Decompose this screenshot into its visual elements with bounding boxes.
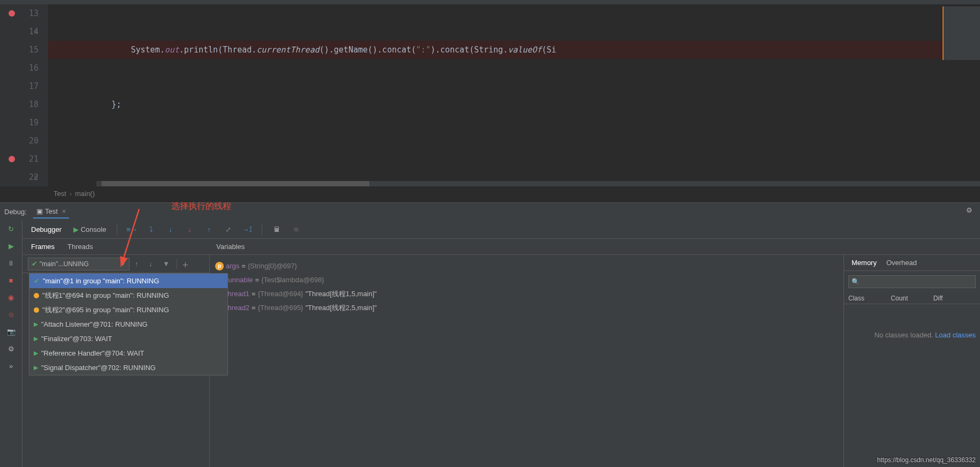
mute-breakpoints-icon[interactable]: ⦸ xyxy=(6,310,16,319)
add-icon[interactable]: + xyxy=(183,260,191,268)
thread-dropdown-item[interactable]: "线程2"@695 in group "main": RUNNING xyxy=(29,303,227,317)
thread-play-icon: ▶ xyxy=(34,335,38,342)
param-badge-icon: p xyxy=(215,262,224,270)
check-icon: ✔ xyxy=(32,260,37,268)
drop-frame-icon[interactable]: ⤢ xyxy=(223,225,233,235)
debug-run-toolbar: ↻ ▶ ⏸ ■ ◉ ⦸ 📷 ⚙ » xyxy=(0,221,22,467)
code-line[interactable]: System.out.println(Thread.currentThread(… xyxy=(48,41,980,59)
line-number: ⊟22 xyxy=(0,168,39,186)
trace-icon[interactable]: ≋ xyxy=(291,225,301,235)
debug-icon: ▣ xyxy=(36,207,43,215)
debug-header: Debug: ▣ Test × 选择执行的线程 ⚙ xyxy=(0,203,980,221)
thread-dropdown-item[interactable]: ▶"Signal Dispatcher"@702: RUNNING xyxy=(29,360,227,375)
breakpoint-icon[interactable] xyxy=(9,10,15,17)
code-line[interactable] xyxy=(48,150,980,168)
line-number: 20 xyxy=(0,132,39,150)
tab-memory[interactable]: Memory xyxy=(852,259,877,267)
check-icon: ✔ xyxy=(34,277,40,285)
force-step-into-icon[interactable]: ↓ xyxy=(185,225,194,235)
code-content[interactable]: System.out.println(Thread.currentThread(… xyxy=(48,4,980,186)
thread-dropdown-item[interactable]: ▶"Finalizer"@703: WAIT xyxy=(29,332,227,346)
variables-panel[interactable]: p args = {String[0]@697} runnable = {Tes… xyxy=(210,255,844,467)
prev-frame-icon[interactable]: ↑ xyxy=(135,260,143,268)
thread-running-icon xyxy=(34,307,39,313)
minimap[interactable] xyxy=(943,6,980,60)
thread-dropdown-item[interactable]: ✔"main"@1 in group "main": RUNNING xyxy=(29,274,227,288)
chevron-down-icon: ▼ xyxy=(120,261,126,267)
code-line[interactable]: }; xyxy=(48,95,980,114)
debug-session-tab[interactable]: ▣ Test × xyxy=(33,205,69,219)
line-number: 17 xyxy=(0,77,39,95)
variable-row[interactable]: thread2 = {Thread@695} "Thread[线程2,5,mai… xyxy=(215,301,838,315)
close-icon[interactable]: × xyxy=(62,207,66,215)
breadcrumb[interactable]: Test›main() xyxy=(0,186,980,202)
fold-icon[interactable]: ⊟ xyxy=(34,168,37,186)
editor: 13 ⊟14 15 16 17 18 19 20 21 ⊟22 System.o… xyxy=(0,4,980,186)
settings-icon[interactable]: ⚙ xyxy=(6,344,16,353)
gutter: 13 ⊟14 15 16 17 18 19 20 21 ⊟22 xyxy=(0,4,48,186)
memory-panel: Memory Overhead 🔍 ClassCountDiff No clas… xyxy=(844,255,980,467)
memory-empty-text: No classes loaded. Load classes xyxy=(844,304,980,366)
run-to-cursor-icon[interactable]: →ꕯ xyxy=(242,225,252,235)
thread-dropdown-item[interactable]: ▶"Reference Handler"@704: WAIT xyxy=(29,346,227,360)
annotation-text: 选择执行的线程 xyxy=(171,201,231,212)
next-frame-icon[interactable]: ↓ xyxy=(149,260,157,268)
step-over-icon[interactable]: ⤵ xyxy=(146,225,156,235)
variable-row[interactable]: p args = {String[0]@697} xyxy=(215,259,838,273)
variables-label: Variables xyxy=(216,243,245,251)
line-number: 19 xyxy=(0,114,39,132)
file-tabs xyxy=(0,0,980,4)
tab-console[interactable]: ▶ Console xyxy=(72,222,107,237)
tab-threads[interactable]: Threads xyxy=(67,243,93,251)
thread-dropdown[interactable]: ✔"main"@1 in group "main": RUNNING"线程1"@… xyxy=(29,273,228,375)
thread-play-icon: ▶ xyxy=(34,321,38,328)
step-out-icon[interactable]: ↑ xyxy=(204,225,214,235)
show-execution-point-icon[interactable]: ≡→ xyxy=(127,225,136,235)
watermark: https://blog.csdn.net/qq_36336332 xyxy=(877,456,976,464)
more-icon[interactable]: » xyxy=(6,361,16,371)
line-number: ⊟14 xyxy=(0,22,39,41)
line-number: 18 xyxy=(0,95,39,114)
variable-row[interactable]: thread1 = {Thread@694} "Thread[线程1,5,mai… xyxy=(215,287,838,301)
thread-dropdown-item[interactable]: ▶"Attach Listener"@701: RUNNING xyxy=(29,317,227,332)
line-number[interactable]: 21 xyxy=(0,150,39,168)
search-icon: 🔍 xyxy=(852,278,860,285)
frames-tabs: Frames Threads Variables xyxy=(22,239,980,255)
pause-icon[interactable]: ⏸ xyxy=(6,258,16,268)
step-into-icon[interactable]: ↓ xyxy=(165,225,175,235)
h-scrollbar[interactable] xyxy=(96,181,980,186)
evaluate-icon[interactable]: 🖩 xyxy=(272,225,282,235)
memory-table-header: ClassCountDiff xyxy=(844,292,980,304)
line-number: 16 xyxy=(0,59,39,77)
thread-selector[interactable]: ✔ "main"...UNNING ▼ xyxy=(28,258,130,270)
tab-overhead[interactable]: Overhead xyxy=(886,259,917,267)
line-number[interactable]: 13 xyxy=(0,4,39,22)
line-number: 15 xyxy=(0,41,39,59)
debug-title: Debug: xyxy=(4,208,27,216)
tab-debugger[interactable]: Debugger xyxy=(30,222,63,237)
breakpoint-check-icon[interactable] xyxy=(9,156,15,162)
filter-icon[interactable]: ▼ xyxy=(163,260,171,268)
gear-icon[interactable]: ⚙ xyxy=(966,206,976,216)
fold-icon[interactable]: ⊟ xyxy=(34,22,37,41)
memory-search-input[interactable] xyxy=(848,275,976,288)
view-breakpoints-icon[interactable]: ◉ xyxy=(6,292,16,302)
stop-icon[interactable]: ■ xyxy=(6,275,16,285)
thread-running-icon xyxy=(34,293,39,298)
rerun-icon[interactable]: ↻ xyxy=(6,224,16,234)
tab-frames[interactable]: Frames xyxy=(31,243,55,251)
resume-icon[interactable]: ▶ xyxy=(6,241,16,251)
load-classes-link[interactable]: Load classes xyxy=(935,331,976,339)
variable-row[interactable]: runnable = {Test$lambda@698} xyxy=(215,273,838,287)
thread-dropdown-item[interactable]: "线程1"@694 in group "main": RUNNING xyxy=(29,288,227,303)
debug-toolbar: Debugger ▶ Console ≡→ ⤵ ↓ ↓ ↑ ⤢ →ꕯ 🖩 ≋ xyxy=(22,221,980,239)
thread-play-icon: ▶ xyxy=(34,364,38,371)
camera-icon[interactable]: 📷 xyxy=(6,327,16,336)
thread-play-icon: ▶ xyxy=(34,350,38,357)
